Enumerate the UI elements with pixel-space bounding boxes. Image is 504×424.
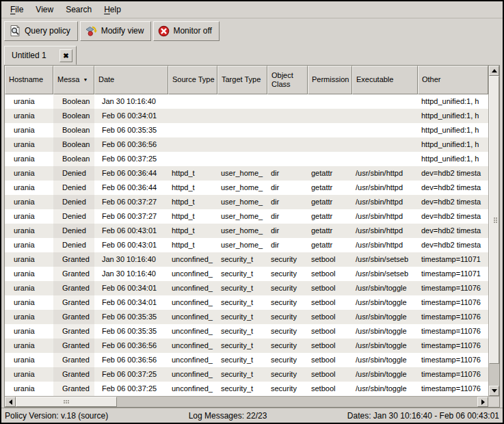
cell-source-type: unconfined_ [168, 281, 217, 295]
table-row[interactable]: uraniaGrantedJan 30 10:16:40unconfined_s… [5, 267, 488, 281]
horizontal-scrollbar-thumb[interactable] [16, 397, 117, 407]
cell-hostname: urania [5, 281, 53, 295]
menu-item-help[interactable]: Help [98, 3, 127, 16]
cell-permission [308, 137, 352, 152]
cell-source-type [168, 94, 217, 109]
tab-untitled-1[interactable]: Untitled 1 ✖ [4, 46, 77, 65]
table-row[interactable]: uraniaGrantedFeb 06 00:37:25unconfined_s… [5, 382, 488, 396]
menu-item-view[interactable]: View [29, 3, 59, 16]
sort-descending-icon: ▼ [83, 77, 88, 83]
cell-target-type: security_t [217, 267, 267, 281]
table-row[interactable]: uraniaDeniedFeb 06 00:37:27httpd_tuser_h… [5, 195, 488, 209]
table-row[interactable]: uraniaGrantedJan 30 10:16:40unconfined_s… [5, 252, 488, 267]
scroll-up-button[interactable] [489, 66, 499, 76]
cell-messa: Denied [53, 195, 94, 209]
menu-item-search[interactable]: Search [59, 3, 98, 16]
cell-target-type: security_t [217, 382, 267, 396]
column-header-hostname[interactable]: Hostname [5, 66, 53, 94]
table-row[interactable]: uraniaGrantedFeb 06 00:34:01unconfined_s… [5, 281, 488, 295]
column-header-date[interactable]: Date [94, 66, 168, 94]
vertical-scrollbar[interactable] [488, 66, 499, 396]
column-header-label: Source Type [172, 75, 215, 84]
monitor-off-button[interactable]: Monitor off [153, 21, 219, 41]
table-row[interactable]: uraniaDeniedFeb 06 00:43:01httpd_tuser_h… [5, 224, 488, 238]
cell-other: timestamp=11076 [418, 281, 488, 295]
cell-source-type: unconfined_ [168, 267, 217, 281]
vertical-scrollbar-trough[interactable] [489, 76, 499, 386]
cell-hostname: urania [5, 339, 53, 353]
tab-bar: Untitled 1 ✖ [1, 43, 503, 65]
cell-executable: /usr/sbin/toggle [352, 339, 418, 353]
cell-executable: /usr/sbin/toggle [352, 281, 418, 295]
modify-view-label: Modify view [101, 26, 144, 36]
log-table: HostnameMessa▼DateSource TypeTarget Type… [4, 65, 500, 408]
policy-version-status: Policy Version: v.18 (source) [5, 411, 108, 421]
table-row[interactable]: uraniaBooleanFeb 06 00:34:01httpd_unifie… [5, 109, 488, 123]
cell-other: dev=hdb2 timesta [418, 238, 488, 252]
cell-object-class: dir [267, 181, 308, 195]
column-header-label: Executable [356, 75, 393, 84]
cell-permission: getattr [308, 209, 352, 224]
cell-target-type: security_t [217, 339, 267, 353]
cell-executable: /usr/sbin/setseb [352, 252, 418, 267]
cell-other: timestamp=11071 [418, 267, 488, 281]
cell-target-type: security_t [217, 324, 267, 339]
seaudit-window: FileViewSearchHelp Query policy [0, 0, 504, 424]
table-row[interactable]: uraniaGrantedFeb 06 00:36:56unconfined_s… [5, 339, 488, 353]
cell-hostname: urania [5, 195, 53, 209]
table-row[interactable]: uraniaBooleanFeb 06 00:37:25httpd_unifie… [5, 152, 488, 166]
query-policy-button[interactable]: Query policy [4, 21, 78, 41]
menu-item-file[interactable]: File [4, 3, 29, 16]
horizontal-scrollbar[interactable] [5, 397, 488, 407]
cell-permission: setbool [308, 353, 352, 367]
table-row[interactable]: uraniaDeniedFeb 06 00:36:44httpd_tuser_h… [5, 166, 488, 181]
cell-source-type: unconfined_ [168, 339, 217, 353]
table-row[interactable]: uraniaDeniedFeb 06 00:36:44httpd_tuser_h… [5, 181, 488, 195]
vertical-scrollbar-thumb[interactable] [489, 76, 499, 364]
column-header-permission[interactable]: Permission [308, 66, 352, 94]
column-header-source-type[interactable]: Source Type [168, 66, 217, 94]
cell-target-type: user_home_ [217, 181, 267, 195]
table-row[interactable]: uraniaGrantedFeb 06 00:37:25unconfined_s… [5, 367, 488, 382]
cell-hostname: urania [5, 123, 53, 137]
table-row[interactable]: uraniaBooleanJan 30 10:16:40httpd_unifie… [5, 94, 488, 109]
cell-hostname: urania [5, 382, 53, 396]
cell-source-type: httpd_t [168, 224, 217, 238]
cell-executable: /usr/sbin/toggle [352, 382, 418, 396]
cell-target-type: security_t [217, 281, 267, 295]
cell-permission: getattr [308, 224, 352, 238]
table-body: uraniaBooleanJan 30 10:16:40httpd_unifie… [5, 94, 488, 396]
scroll-left-button[interactable] [5, 397, 16, 407]
cell-target-type: user_home_ [217, 224, 267, 238]
table-row[interactable]: uraniaGrantedFeb 06 00:34:01unconfined_s… [5, 295, 488, 310]
table-row[interactable]: uraniaBooleanFeb 06 00:35:35httpd_unifie… [5, 123, 488, 137]
column-header-other[interactable]: Other [418, 66, 488, 94]
table-row[interactable]: uraniaGrantedFeb 06 00:36:56unconfined_s… [5, 353, 488, 367]
modify-view-button[interactable]: Modify view [80, 21, 152, 41]
table-row[interactable]: uraniaBooleanFeb 06 00:36:56httpd_unifie… [5, 137, 488, 152]
cell-other: dev=hdb2 timesta [418, 166, 488, 181]
cell-other: timestamp=11076 [418, 295, 488, 310]
table-row[interactable]: uraniaGrantedFeb 06 00:35:35unconfined_s… [5, 310, 488, 324]
column-header-messa[interactable]: Messa▼ [53, 66, 94, 94]
tab-close-button[interactable]: ✖ [59, 49, 72, 62]
cell-messa: Denied [53, 238, 94, 252]
horizontal-scrollbar-trough[interactable] [16, 397, 477, 407]
table-row[interactable]: uraniaGrantedFeb 06 00:35:35unconfined_s… [5, 324, 488, 339]
scroll-down-button[interactable] [489, 386, 499, 396]
table-row[interactable]: uraniaDeniedFeb 06 00:37:27httpd_tuser_h… [5, 209, 488, 224]
column-header-executable[interactable]: Executable [352, 66, 418, 94]
cell-hostname: urania [5, 367, 53, 382]
cell-source-type [168, 123, 217, 137]
tab-label: Untitled 1 [12, 51, 59, 60]
grip-icon [494, 217, 495, 219]
cell-permission: getattr [308, 195, 352, 209]
cell-other: httpd_unified:1, h [418, 137, 488, 152]
cell-other: timestamp=11076 [418, 324, 488, 339]
dates-status: Dates: Jan 30 10:16:40 - Feb 06 00:43:01 [347, 411, 499, 421]
cell-target-type [217, 94, 267, 109]
column-header-target-type[interactable]: Target Type [217, 66, 267, 94]
scroll-right-button[interactable] [477, 397, 488, 407]
table-row[interactable]: uraniaDeniedFeb 06 00:43:01httpd_tuser_h… [5, 238, 488, 252]
column-header-object-class[interactable]: Object Class [267, 66, 308, 94]
